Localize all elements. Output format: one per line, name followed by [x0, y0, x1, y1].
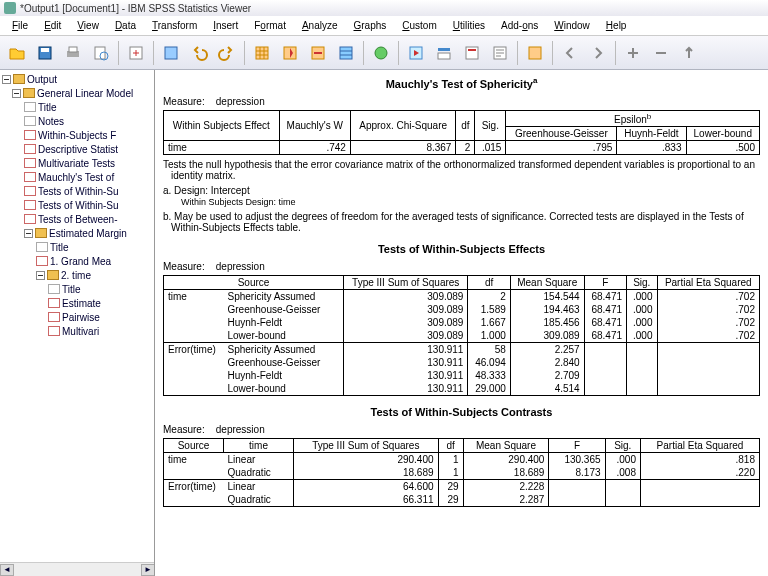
- goto-variable-button[interactable]: [305, 40, 331, 66]
- promote-button[interactable]: [676, 40, 702, 66]
- menu-addons[interactable]: Add-ons: [493, 18, 546, 33]
- tree-item[interactable]: Descriptive Statist: [38, 144, 118, 155]
- designate-window-button[interactable]: [522, 40, 548, 66]
- page-icon: [36, 242, 48, 252]
- wse-title: Tests of Within-Subjects Effects: [163, 243, 760, 255]
- menu-window[interactable]: Window: [546, 18, 598, 33]
- page-icon: [24, 102, 36, 112]
- svg-rect-16: [466, 47, 478, 59]
- tree-item[interactable]: 1. Grand Mea: [50, 256, 111, 267]
- tree-item[interactable]: Title: [50, 242, 69, 253]
- tree-root[interactable]: Output: [27, 74, 57, 85]
- output-icon: [13, 74, 25, 84]
- table-icon: [24, 186, 36, 196]
- menu-utilities[interactable]: Utilities: [445, 18, 493, 33]
- menu-data[interactable]: Data: [107, 18, 144, 33]
- mauchly-note: Tests the null hypothesis that the error…: [163, 159, 760, 181]
- menu-insert[interactable]: Insert: [205, 18, 246, 33]
- menu-format[interactable]: Format: [246, 18, 294, 33]
- tree-item[interactable]: Title: [62, 284, 81, 295]
- redo-button[interactable]: [214, 40, 240, 66]
- tree-glm[interactable]: General Linear Model: [37, 88, 133, 99]
- menu-transform[interactable]: Transform: [144, 18, 205, 33]
- menu-graphs[interactable]: Graphs: [345, 18, 394, 33]
- collapse-icon[interactable]: [36, 271, 45, 280]
- table-icon: [24, 130, 36, 140]
- select-last-button[interactable]: [368, 40, 394, 66]
- wsc-table: Source time Type III Sum of Squares df M…: [163, 438, 760, 507]
- scroll-right-icon[interactable]: ►: [141, 564, 155, 576]
- tree-item[interactable]: Within-Subjects F: [38, 130, 116, 141]
- insert-title-button[interactable]: [459, 40, 485, 66]
- measure-row: Measure: depression: [163, 96, 760, 107]
- tree-em-time[interactable]: 2. time: [61, 270, 91, 281]
- menu-edit[interactable]: Edit: [36, 18, 69, 33]
- output-viewer[interactable]: Mauchly's Test of Sphericitya Measure: d…: [155, 70, 768, 576]
- page-icon: [48, 284, 60, 294]
- table-icon: [24, 172, 36, 182]
- folder-icon: [23, 88, 35, 98]
- tree-scrollbar[interactable]: ◄ ►: [0, 562, 155, 576]
- svg-rect-7: [165, 47, 177, 59]
- svg-rect-17: [468, 49, 476, 51]
- measure-row: Measure: depression: [163, 424, 760, 435]
- export-button[interactable]: [123, 40, 149, 66]
- tree-item[interactable]: Pairwise: [62, 312, 100, 323]
- open-button[interactable]: [4, 40, 30, 66]
- collapse-icon[interactable]: [12, 89, 21, 98]
- scroll-left-icon[interactable]: ◄: [0, 564, 14, 576]
- tree-item[interactable]: Estimate: [62, 298, 101, 309]
- goto-data-button[interactable]: [249, 40, 275, 66]
- folder-icon: [47, 270, 59, 280]
- page-icon: [24, 116, 36, 126]
- undo-button[interactable]: [186, 40, 212, 66]
- recall-dialog-button[interactable]: [158, 40, 184, 66]
- table-icon: [48, 312, 60, 322]
- nav-back-button[interactable]: [557, 40, 583, 66]
- measure-row: Measure: depression: [163, 261, 760, 272]
- tree-item[interactable]: Notes: [38, 116, 64, 127]
- table-icon: [24, 144, 36, 154]
- tree-item[interactable]: Multivariate Tests: [38, 158, 115, 169]
- table-icon: [36, 256, 48, 266]
- collapse-button[interactable]: [648, 40, 674, 66]
- table-icon: [24, 158, 36, 168]
- nav-forward-button[interactable]: [585, 40, 611, 66]
- tree-item[interactable]: Title: [38, 102, 57, 113]
- svg-point-12: [375, 47, 387, 59]
- wsc-title: Tests of Within-Subjects Contrasts: [163, 406, 760, 418]
- menu-analyze[interactable]: Analyze: [294, 18, 346, 33]
- svg-rect-14: [438, 48, 450, 51]
- outline-tree[interactable]: Output General Linear Model Title Notes …: [0, 70, 155, 576]
- insert-heading-button[interactable]: [431, 40, 457, 66]
- app-icon: [4, 2, 16, 14]
- print-preview-button[interactable]: [88, 40, 114, 66]
- svg-rect-1: [41, 48, 49, 52]
- tree-item[interactable]: Mauchly's Test of: [38, 172, 114, 183]
- print-button[interactable]: [60, 40, 86, 66]
- variables-button[interactable]: [333, 40, 359, 66]
- tree-item[interactable]: Tests of Between-: [38, 214, 117, 225]
- menu-custom[interactable]: Custom: [394, 18, 444, 33]
- footnote-b: b. May be used to adjust the degrees of …: [163, 211, 760, 233]
- menu-view[interactable]: View: [69, 18, 107, 33]
- run-button[interactable]: [403, 40, 429, 66]
- table-icon: [24, 214, 36, 224]
- collapse-icon[interactable]: [24, 229, 33, 238]
- save-button[interactable]: [32, 40, 58, 66]
- wse-table: Source Type III Sum of Squares df Mean S…: [163, 275, 760, 396]
- expand-button[interactable]: [620, 40, 646, 66]
- tree-em[interactable]: Estimated Margin: [49, 228, 127, 239]
- insert-text-button[interactable]: [487, 40, 513, 66]
- tree-item[interactable]: Tests of Within-Su: [38, 186, 119, 197]
- table-icon: [24, 200, 36, 210]
- menu-file[interactable]: File: [4, 18, 36, 33]
- tree-item[interactable]: Multivari: [62, 326, 99, 337]
- svg-rect-3: [69, 47, 77, 52]
- collapse-icon[interactable]: [2, 75, 11, 84]
- menu-help[interactable]: Help: [598, 18, 635, 33]
- goto-case-button[interactable]: [277, 40, 303, 66]
- mauchly-table: Within Subjects Effect Mauchly's W Appro…: [163, 110, 760, 155]
- menu-bar: File Edit View Data Transform Insert For…: [0, 16, 768, 36]
- tree-item[interactable]: Tests of Within-Su: [38, 200, 119, 211]
